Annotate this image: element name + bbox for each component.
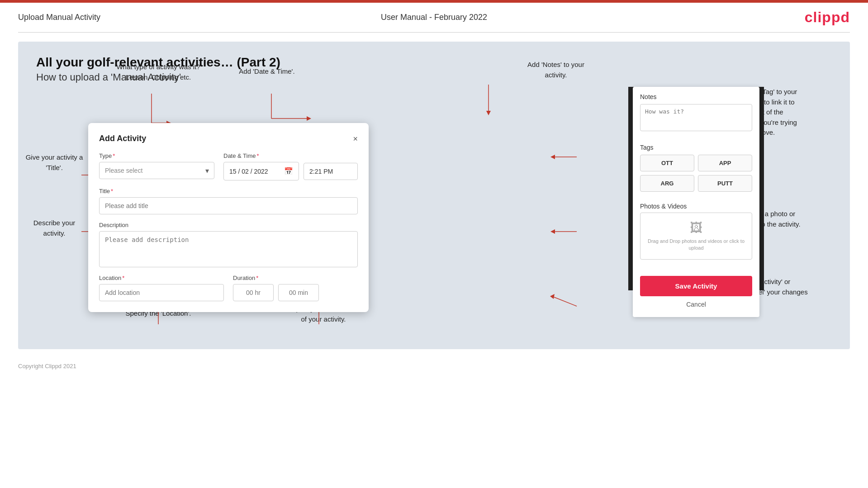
header-divider <box>18 32 850 33</box>
type-label: Type* <box>99 152 214 159</box>
upload-text: Drag and Drop photos and videos or click… <box>648 238 745 252</box>
svg-marker-5 <box>307 116 311 121</box>
notes-section: Notes <box>633 87 759 137</box>
svg-marker-17 <box>486 111 491 115</box>
tags-grid: OTT APP ARG PUTT <box>640 155 752 192</box>
description-row: Description <box>99 222 358 267</box>
title-row: Title* <box>99 188 358 214</box>
description-textarea[interactable] <box>99 231 358 267</box>
dialog-header: Add Activity × <box>99 134 358 143</box>
duration-group: Duration* <box>233 275 358 301</box>
tag-arg[interactable]: ARG <box>640 175 694 192</box>
tag-ott[interactable]: OTT <box>640 155 694 171</box>
callout-date-time: Add 'Date & Time'. <box>222 66 312 77</box>
duration-hr-input[interactable] <box>233 284 274 301</box>
title-label: Title* <box>99 188 358 194</box>
type-select[interactable]: Please select <box>99 162 214 179</box>
duration-inputs <box>233 284 358 301</box>
tag-app[interactable]: APP <box>698 155 752 171</box>
tag-putt[interactable]: PUTT <box>698 175 752 192</box>
location-group: Location* <box>99 275 224 301</box>
svg-marker-23 <box>550 294 555 299</box>
callout-describe: Describe youractivity. <box>18 218 90 238</box>
date-input[interactable] <box>229 168 281 175</box>
upload-icon: 🖼 <box>648 220 745 235</box>
date-input-wrapper: 📅 <box>223 162 299 180</box>
copyright: Copyright Clippd 2021 <box>18 363 76 370</box>
title-group: Title* <box>99 188 358 214</box>
type-select-wrapper: Please select <box>99 162 214 179</box>
location-duration-row: Location* Duration* <box>99 275 358 301</box>
logo: clippd <box>805 9 850 26</box>
svg-line-22 <box>554 297 577 306</box>
datetime-label: Date & Time* <box>223 152 358 159</box>
manual-title: User Manual - February 2022 <box>381 13 487 22</box>
callout-notes: Add 'Notes' to youractivity. <box>511 60 601 80</box>
right-panel: Notes Tags OTT APP ARG PUTT Photos & Vid… <box>633 87 759 317</box>
tags-label: Tags <box>640 144 752 151</box>
notes-label: Notes <box>640 93 752 100</box>
datetime-group: Date & Time* 📅 <box>223 152 358 180</box>
tags-section: Tags OTT APP ARG PUTT <box>633 137 759 196</box>
type-datetime-row: Type* Please select Date & Time* 📅 <box>99 152 358 180</box>
description-label: Description <box>99 222 358 228</box>
add-activity-dialog: Add Activity × Type* Please select Date … <box>88 123 369 312</box>
photos-label: Photos & Videos <box>640 203 752 210</box>
calendar-icon[interactable]: 📅 <box>284 167 293 175</box>
header: Upload Manual Activity User Manual - Feb… <box>0 3 868 32</box>
notes-textarea[interactable] <box>640 104 752 131</box>
time-input[interactable] <box>304 163 358 180</box>
title-input[interactable] <box>99 197 358 214</box>
location-input[interactable] <box>99 284 224 301</box>
save-cancel-section: Save Activity Cancel <box>633 270 759 317</box>
description-group: Description <box>99 222 358 267</box>
callout-activity-type: What type of activity was it?Lesson, Chi… <box>106 62 210 82</box>
date-time-group: 📅 <box>223 162 358 180</box>
svg-marker-19 <box>550 155 555 159</box>
svg-marker-21 <box>550 229 555 234</box>
photos-section: Photos & Videos 🖼 Drag and Drop photos a… <box>633 196 759 270</box>
duration-label: Duration* <box>233 275 358 281</box>
callout-title: Give your activity a'Title'. <box>18 152 90 173</box>
type-group: Type* Please select <box>99 152 214 180</box>
duration-min-input[interactable] <box>278 284 319 301</box>
upload-area[interactable]: 🖼 Drag and Drop photos and videos or cli… <box>640 213 752 260</box>
save-activity-button[interactable]: Save Activity <box>640 276 752 296</box>
main-content: All your golf-relevant activities… (Part… <box>18 42 850 349</box>
page-title: Upload Manual Activity <box>18 13 100 22</box>
footer: Copyright Clippd 2021 <box>0 358 868 374</box>
close-dialog-button[interactable]: × <box>353 135 358 143</box>
cancel-button[interactable]: Cancel <box>686 301 706 308</box>
location-label: Location* <box>99 275 224 281</box>
dialog-title: Add Activity <box>99 134 146 143</box>
